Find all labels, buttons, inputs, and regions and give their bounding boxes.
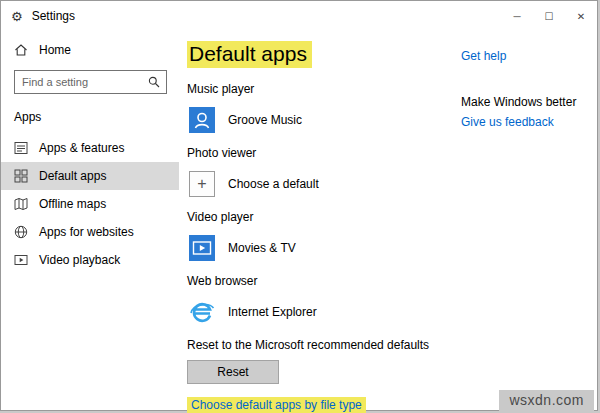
titlebar: ⚙ Settings ─ ☐ ✕ [1,1,597,31]
reset-button[interactable]: Reset [187,360,279,384]
sidebar-section-apps: Apps [1,110,179,124]
default-app-name: Choose a default [228,177,319,191]
offline-maps-icon [14,197,28,211]
default-app-name: Internet Explorer [228,305,317,319]
make-windows-better-label: Make Windows better [461,95,593,109]
sidebar-item-label: Apps for websites [39,225,134,239]
gear-icon: ⚙ [11,10,23,23]
sidebar-item-default-apps[interactable]: Default apps [1,162,179,190]
minimize-button[interactable]: ─ [501,1,533,31]
reset-description: Reset to the Microsoft recommended defau… [187,338,597,352]
apps-features-icon [14,141,28,155]
category-photo-viewer: Photo viewer + Choose a default [187,146,597,199]
sidebar: Home Apps Apps & features Default ap [1,31,179,412]
window-controls: ─ ☐ ✕ [501,1,597,31]
category-web-browser: Web browser Internet Explorer [187,274,597,327]
category-label: Video player [187,210,597,224]
home-label: Home [39,43,71,57]
sidebar-item-home[interactable]: Home [1,35,179,65]
page-title: Default apps [187,41,312,68]
globe-icon [14,225,28,239]
default-app-browser[interactable]: Internet Explorer [187,297,377,327]
default-app-name: Movies & TV [228,241,296,255]
sidebar-item-video-playback[interactable]: Video playback [1,246,179,274]
internet-explorer-icon [189,299,215,325]
get-help-link[interactable]: Get help [461,49,593,63]
default-app-music[interactable]: Groove Music [187,105,377,135]
category-video-player: Video player Movies & TV [187,210,597,263]
sidebar-item-label: Apps & features [39,141,124,155]
category-label: Photo viewer [187,146,597,160]
help-panel: Get help Make Windows better Give us fee… [461,49,593,129]
close-button[interactable]: ✕ [565,1,597,31]
sidebar-item-apps-features[interactable]: Apps & features [1,134,179,162]
search-icon[interactable] [142,71,166,93]
sidebar-item-label: Offline maps [39,197,106,211]
window-title: Settings [32,9,75,23]
home-icon [14,43,28,57]
plus-icon: + [189,171,215,197]
video-playback-icon [14,253,28,267]
category-label: Web browser [187,274,597,288]
search-input[interactable] [15,76,142,88]
watermark: wsxdn.com [499,390,594,411]
movies-tv-icon [189,235,215,261]
give-feedback-link[interactable]: Give us feedback [461,115,593,129]
search-box [14,70,167,94]
sidebar-item-offline-maps[interactable]: Offline maps [1,190,179,218]
default-app-video[interactable]: Movies & TV [187,233,377,263]
settings-window: ⚙ Settings ─ ☐ ✕ Home Apps [0,0,598,411]
groove-music-icon [189,107,215,133]
link-default-apps-by-file-type[interactable]: Choose default apps by file type [187,397,366,413]
maximize-button[interactable]: ☐ [533,1,565,31]
default-app-photo[interactable]: + Choose a default [187,169,377,199]
sidebar-item-apps-for-websites[interactable]: Apps for websites [1,218,179,246]
sidebar-item-label: Default apps [39,169,106,183]
default-apps-icon [14,169,28,183]
default-app-name: Groove Music [228,113,302,127]
sidebar-item-label: Video playback [39,253,120,267]
